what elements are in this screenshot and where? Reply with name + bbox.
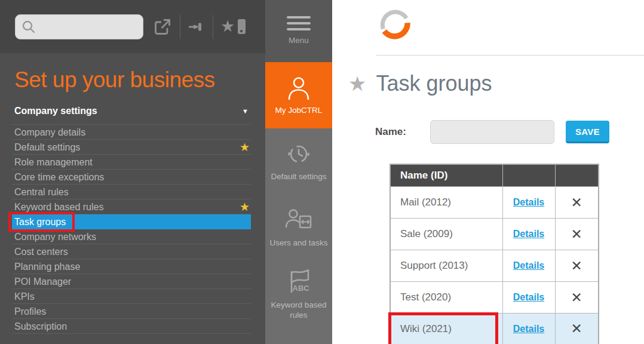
sidebar-item-central-rules[interactable]: Central rules [12, 185, 251, 199]
favorite-star-icon: ★ [240, 140, 250, 155]
group-name-text: Wiki (2021) [400, 323, 452, 334]
favorite-star-icon[interactable]: ★ [348, 73, 366, 94]
nav-item-default-settings[interactable]: Default settings [265, 128, 332, 195]
create-group-form: Name: SAVE [375, 120, 644, 144]
sidebar-item-label: KPIs [14, 291, 35, 302]
sidebar-item-label: Keyword based rules [14, 202, 103, 212]
star-icon: ★ [220, 19, 235, 35]
sidebar-item-default-settings[interactable]: Default settings★ [12, 140, 251, 155]
details-link[interactable]: Details [513, 292, 544, 302]
sidebar-item-label: Default settings [14, 142, 80, 152]
search-box [15, 14, 143, 39]
sidebar-item-profiles[interactable]: Profiles [12, 304, 251, 319]
sidebar-item-label: Task groups [14, 217, 66, 227]
settings-sidebar: ★ Set up your business Company settings … [0, 0, 265, 344]
nav-item-keyword-based-rules[interactable]: ABC Keyword based rules [265, 261, 332, 327]
nav-item-menu[interactable]: Menu [265, 0, 332, 62]
details-link[interactable]: Details [513, 197, 544, 207]
nav-item-label: Menu [289, 36, 309, 46]
sidebar-item-label: Company details [14, 127, 85, 137]
group-name-cell: Support (2013) [390, 250, 502, 282]
favorites-mobile-button[interactable]: ★ [220, 19, 246, 35]
sidebar-item-label: Profiles [14, 306, 46, 317]
sidebar-item-task-groups[interactable]: Task groups [12, 214, 251, 229]
hamburger-icon [287, 16, 311, 30]
save-button[interactable]: SAVE [566, 121, 609, 143]
sidebar-item-role-management[interactable]: Role management [12, 155, 251, 170]
sidebar-item-subscription[interactable]: Subscription [12, 319, 251, 334]
table-row-highlighted: Wiki (2021) Details ✕ [390, 314, 599, 344]
sidebar-item-label: Planning phase [14, 262, 80, 272]
sidebar-item-label: Cost centers [14, 247, 68, 257]
column-header-delete [555, 164, 599, 187]
flag-abc-icon: ABC [286, 268, 312, 296]
page-title: Set up your business [14, 67, 251, 93]
sidebar-body: Set up your business Company settings ▼ … [0, 67, 265, 334]
sidebar-item-poi-manager[interactable]: POI Manager [12, 274, 251, 289]
nav-item-label: Users and tasks [270, 238, 328, 248]
details-link[interactable]: Details [513, 324, 544, 334]
header-divider [376, 55, 644, 56]
sidebar-item-kpis[interactable]: KPIs [12, 289, 251, 304]
phone-icon [238, 19, 246, 34]
sidebar-item-core-time-exceptions[interactable]: Core time exceptions [12, 170, 251, 185]
sidebar-item-label: Company networks [14, 232, 96, 242]
details-link[interactable]: Details [513, 260, 544, 271]
table-row: Mail (2012) Details ✕ [390, 187, 599, 219]
close-icon[interactable]: ✕ [568, 195, 586, 211]
sidebar-item-label: Central rules [14, 187, 69, 197]
sidebar-item-label: Role management [14, 157, 93, 167]
group-name-cell: Wiki (2021) [390, 314, 502, 344]
header-toolbar: ★ [152, 15, 246, 39]
toolbar-divider [213, 15, 213, 39]
close-icon[interactable]: ✕ [568, 258, 586, 274]
column-header-name-id: Name (ID) [390, 164, 502, 187]
task-groups-table: Name (ID) Mail (2012) Details ✕ Sale (20… [390, 164, 599, 344]
logo-ring-icon [376, 5, 413, 43]
table-header-row: Name (ID) [390, 164, 599, 187]
pin-icon [188, 19, 206, 35]
page-title-row: ★ Task groups [348, 71, 644, 96]
clock-sync-icon [286, 141, 312, 167]
sidebar-header: ★ [0, 0, 265, 53]
nav-item-label: Keyword based rules [269, 300, 329, 321]
open-external-button[interactable] [152, 17, 173, 37]
users-tasks-icon [284, 207, 313, 234]
nav-item-label: My JobCTRL [275, 106, 323, 116]
flag-abc-text: ABC [293, 284, 310, 293]
chevron-down-icon: ▼ [242, 108, 249, 115]
toolbar-divider [180, 15, 180, 39]
table-row: Sale (2009) Details ✕ [390, 219, 599, 250]
sidebar-item-cost-centers[interactable]: Cost centers [12, 244, 251, 259]
group-name-cell: Sale (2009) [390, 219, 502, 250]
content-panel: ★ Task groups Name: SAVE Name (ID) Mail … [332, 0, 644, 344]
section-label: Company settings [14, 106, 97, 116]
close-icon[interactable]: ✕ [568, 290, 586, 306]
close-icon[interactable]: ✕ [568, 226, 586, 242]
group-name-input[interactable] [430, 120, 554, 144]
section-dropdown-company-settings[interactable]: Company settings ▼ [14, 106, 249, 116]
search-input[interactable] [15, 14, 143, 39]
sidebar-item-label: POI Manager [14, 277, 71, 287]
sidebar-item-keyword-based-rules[interactable]: Keyword based rules★ [12, 199, 251, 214]
column-header-details [502, 164, 555, 187]
external-link-icon [152, 17, 173, 37]
pin-button[interactable] [188, 19, 206, 35]
sidebar-item-label: Core time exceptions [14, 172, 104, 182]
user-icon [286, 75, 312, 101]
page-title: Task groups [376, 71, 492, 96]
table-row: Support (2013) Details ✕ [390, 250, 599, 282]
favorite-star-icon: ★ [240, 199, 250, 214]
settings-menu-list: Company details Default settings★ Role m… [12, 124, 251, 334]
sidebar-item-company-networks[interactable]: Company networks [12, 229, 251, 244]
group-name-cell: Mail (2012) [390, 187, 502, 219]
close-icon[interactable]: ✕ [568, 321, 586, 337]
name-label: Name: [375, 126, 406, 138]
sidebar-item-company-details[interactable]: Company details [12, 125, 251, 140]
sidebar-item-planning-phase[interactable]: Planning phase [12, 259, 251, 274]
nav-item-users-and-tasks[interactable]: Users and tasks [265, 195, 332, 261]
table-row: Test (2020) Details ✕ [390, 282, 599, 314]
nav-item-my-jobctrl[interactable]: My JobCTRL [265, 62, 332, 128]
group-name-cell: Test (2020) [390, 282, 502, 314]
details-link[interactable]: Details [513, 229, 544, 239]
